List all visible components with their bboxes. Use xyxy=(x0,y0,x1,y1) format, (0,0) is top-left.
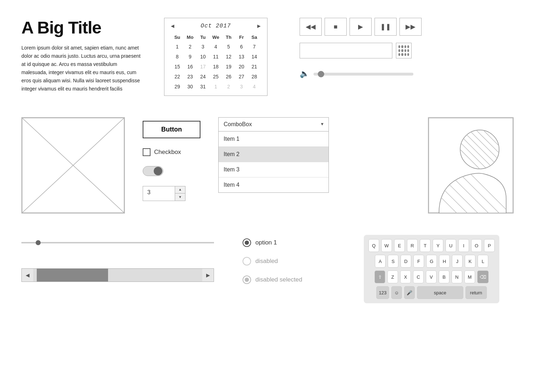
kb-key-x[interactable]: X xyxy=(400,270,411,283)
kb-shift-key[interactable]: ⇧ xyxy=(374,270,385,283)
kb-key-z[interactable]: Z xyxy=(387,270,398,283)
grid-icon[interactable] xyxy=(396,43,412,58)
kb-key-i[interactable]: I xyxy=(458,239,469,252)
cal-date-faded[interactable]: 17 xyxy=(197,62,209,71)
cal-date[interactable]: 7 xyxy=(248,42,261,51)
cal-date[interactable]: 13 xyxy=(235,52,248,61)
cal-date[interactable]: 11 xyxy=(209,52,222,61)
kb-key-a[interactable]: A xyxy=(375,255,386,268)
cal-date-faded[interactable]: 2 xyxy=(222,82,235,91)
cal-date[interactable]: 21 xyxy=(248,62,261,71)
cal-date[interactable]: 3 xyxy=(197,42,209,51)
combobox-item-4[interactable]: Item 4 xyxy=(219,177,328,192)
fast-forward-button[interactable]: ▶▶ xyxy=(399,18,422,36)
pause-button[interactable]: ❚❚ xyxy=(374,18,397,36)
scrollbar-widget[interactable]: ◀ ▶ xyxy=(21,268,214,282)
cal-date[interactable]: 20 xyxy=(235,62,248,71)
radio-option1[interactable] xyxy=(243,238,251,247)
cal-date[interactable]: 1 xyxy=(171,42,184,51)
button-widget[interactable]: Button xyxy=(143,121,200,138)
kb-backspace-key[interactable]: ⌫ xyxy=(477,270,489,283)
cal-date[interactable]: 12 xyxy=(222,52,235,61)
kb-key-b[interactable]: B xyxy=(439,270,449,283)
cal-date[interactable]: 6 xyxy=(235,42,248,51)
kb-key-c[interactable]: C xyxy=(413,270,424,283)
volume-slider[interactable] xyxy=(314,73,413,76)
kb-key-o[interactable]: O xyxy=(471,239,482,252)
kb-key-m[interactable]: M xyxy=(464,270,475,283)
kb-mic-key[interactable]: 🎤 xyxy=(404,286,415,299)
cal-date[interactable]: 29 xyxy=(171,82,184,91)
cal-date[interactable]: 28 xyxy=(248,72,261,81)
cal-date-faded[interactable]: 4 xyxy=(248,82,261,91)
kb-key-f[interactable]: F xyxy=(413,255,424,268)
kb-key-n[interactable]: N xyxy=(452,270,462,283)
scrollbar-right-button[interactable]: ▶ xyxy=(202,269,214,282)
kb-key-v[interactable]: V xyxy=(426,270,437,283)
kb-key-u[interactable]: U xyxy=(445,239,456,252)
kb-key-h[interactable]: H xyxy=(439,255,450,268)
radio-row-2: disabled xyxy=(243,257,335,265)
kb-key-p[interactable]: P xyxy=(484,239,495,252)
cal-date[interactable]: 18 xyxy=(209,62,222,71)
kb-emoji-key[interactable]: ☺ xyxy=(391,286,402,299)
kb-key-g[interactable]: G xyxy=(426,255,437,268)
spinner-up-button[interactable]: ▲ xyxy=(175,186,185,194)
cal-date-faded[interactable]: 3 xyxy=(235,82,248,91)
stop-button[interactable]: ■ xyxy=(325,18,347,36)
cal-date[interactable]: 22 xyxy=(171,72,184,81)
cal-prev-button[interactable]: ◀ xyxy=(171,22,174,30)
play-button[interactable]: ▶ xyxy=(350,18,372,36)
kb-key-w[interactable]: W xyxy=(381,239,392,252)
spinner-value[interactable]: 3 xyxy=(143,186,175,201)
spinner-arrows: ▲ ▼ xyxy=(175,186,185,201)
scrollbar-track[interactable] xyxy=(33,269,202,282)
rewind-button[interactable]: ◀◀ xyxy=(300,18,322,36)
cal-date[interactable]: 16 xyxy=(184,62,197,71)
cal-date[interactable]: 10 xyxy=(197,52,209,61)
combobox-item-1[interactable]: Item 1 xyxy=(219,131,328,147)
kb-key-r[interactable]: R xyxy=(407,239,418,252)
kb-key-k[interactable]: K xyxy=(465,255,475,268)
kb-key-l[interactable]: L xyxy=(478,255,488,268)
cal-date[interactable]: 2 xyxy=(184,42,197,51)
kb-key-j[interactable]: J xyxy=(452,255,463,268)
cal-date[interactable]: 14 xyxy=(248,52,261,61)
cal-date[interactable]: 4 xyxy=(209,42,222,51)
spinner-down-button[interactable]: ▼ xyxy=(175,194,185,201)
kb-key-d[interactable]: D xyxy=(401,255,411,268)
cal-date[interactable]: 5 xyxy=(222,42,235,51)
kb-key-e[interactable]: E xyxy=(394,239,405,252)
checkbox-widget[interactable] xyxy=(143,148,151,156)
toggle-widget[interactable] xyxy=(143,166,163,176)
bottom-row: ◀ ▶ option 1 disabled xyxy=(21,235,514,303)
cal-next-button[interactable]: ▶ xyxy=(257,22,261,30)
cal-date[interactable]: 30 xyxy=(184,82,197,91)
volume-thumb xyxy=(318,71,324,77)
kb-space-key[interactable]: space xyxy=(417,286,463,299)
cal-date[interactable]: 31 xyxy=(197,82,209,91)
cal-date[interactable]: 15 xyxy=(171,62,184,71)
cal-date[interactable]: 27 xyxy=(235,72,248,81)
cal-date[interactable]: 23 xyxy=(184,72,197,81)
kb-key-t[interactable]: T xyxy=(420,239,430,252)
kb-key-q[interactable]: Q xyxy=(368,239,379,252)
text-input-box[interactable] xyxy=(300,43,392,58)
combobox-item-2[interactable]: Item 2 xyxy=(219,147,328,162)
kb-key-s[interactable]: S xyxy=(388,255,398,268)
cal-date[interactable]: 9 xyxy=(184,52,197,61)
cal-date[interactable]: 25 xyxy=(209,72,222,81)
cal-date[interactable]: 24 xyxy=(197,72,209,81)
combobox-item-3[interactable]: Item 3 xyxy=(219,162,328,177)
cal-day-mo: Mo xyxy=(184,33,197,41)
combobox-header[interactable]: ComboBox ▼ xyxy=(218,117,329,131)
kb-123-key[interactable]: 123 xyxy=(376,286,389,299)
kb-return-key[interactable]: return xyxy=(465,286,487,299)
cal-date[interactable]: 8 xyxy=(171,52,184,61)
horizontal-slider[interactable] xyxy=(21,242,214,243)
cal-date-faded[interactable]: 1 xyxy=(209,82,222,91)
cal-date[interactable]: 19 xyxy=(222,62,235,71)
kb-key-y[interactable]: Y xyxy=(433,239,443,252)
cal-date[interactable]: 26 xyxy=(222,72,235,81)
scrollbar-left-button[interactable]: ◀ xyxy=(22,269,33,282)
